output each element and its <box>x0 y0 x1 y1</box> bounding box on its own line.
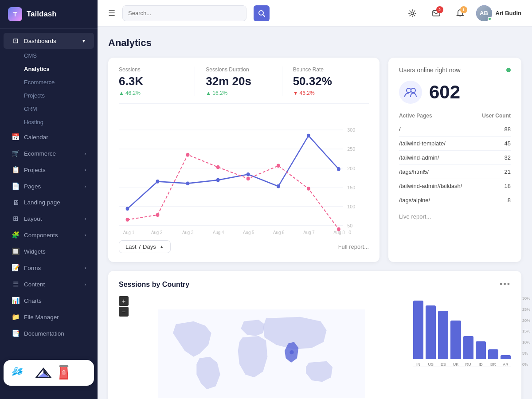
bar-chart-area: 30% 25% 20% 15% 10% 5% 0% INUSESUKRUIDBR… <box>413 296 511 399</box>
svg-point-31 <box>156 213 160 217</box>
chevron-icon: › <box>85 266 86 270</box>
content-icon: ☰ <box>12 280 20 288</box>
tailwind-logo <box>10 367 29 379</box>
sidebar-item-hosting[interactable]: Hosting <box>4 116 94 129</box>
charts-icon: 📊 <box>12 297 20 305</box>
sidebar-item-projects[interactable]: 📋 Projects › <box>4 162 94 178</box>
date-filter[interactable]: Last 7 Days ▲ <box>119 240 171 253</box>
sidebar-item-layout[interactable]: ⊞ Layout › <box>4 211 94 227</box>
svg-text:0: 0 <box>348 229 351 235</box>
active-pages-col: Active Pages <box>399 113 432 119</box>
world-map: + − <box>119 296 404 399</box>
svg-point-28 <box>307 134 310 138</box>
sidebar-item-calendar[interactable]: 📅 Calendar <box>4 129 94 145</box>
sidebar-item-content[interactable]: ☰ Content › <box>4 276 94 292</box>
bounce-change: ▼ 46.2% <box>293 90 358 96</box>
sidebar-item-analytics[interactable]: Analytics <box>4 63 94 75</box>
layout-icon: ⊞ <box>12 215 20 223</box>
chevron-icon: ▼ <box>82 39 86 43</box>
calendar-icon: 📅 <box>12 133 20 141</box>
components-label: Components <box>24 232 58 239</box>
projects-icon: 📋 <box>12 166 20 174</box>
svg-text:Aug 5: Aug 5 <box>243 230 254 235</box>
forms-icon: 📝 <box>12 264 20 272</box>
page-path: /tailwind-admin//taildash/ <box>399 183 462 189</box>
live-report-link[interactable]: Live report... <box>399 213 511 220</box>
header: ☰ 2 <box>98 0 532 27</box>
user-avatar[interactable]: AB Ari Budin <box>476 5 522 21</box>
sidebar-item-pages[interactable]: 📄 Pages › <box>4 178 94 194</box>
calendar-label: Calendar <box>24 134 48 141</box>
bounce-value: 50.32% <box>293 74 358 88</box>
sidebar-nav: ⊡ Dashboards ▼ CMS Analytics Ecommerce P… <box>0 29 98 360</box>
user-count-col: User Count <box>482 113 511 119</box>
duration-label: Sessions Duration <box>206 66 271 73</box>
chevron-icon: › <box>85 184 86 189</box>
zoom-out-button[interactable]: − <box>119 307 129 317</box>
active-page-row: /tailwind-admin/32 <box>399 151 511 165</box>
country-content: + − <box>119 296 511 399</box>
bar-col: RU <box>463 296 473 367</box>
svg-point-23 <box>156 180 160 184</box>
sidebar-item-file-manager[interactable]: 📁 File Manager <box>4 309 94 325</box>
svg-text:250: 250 <box>347 146 355 152</box>
page-count: 32 <box>505 154 511 161</box>
user-name: Ari Budin <box>496 10 522 16</box>
sidebar-item-widgets[interactable]: 🔲 Widgets <box>4 243 94 259</box>
sidebar-item-documentation[interactable]: 📑 Documentation <box>4 325 94 341</box>
sidebar-item-charts[interactable]: 📊 Charts <box>4 293 94 309</box>
zoom-in-button[interactable]: + <box>119 296 129 306</box>
top-row: Sessions 6.3K ▲ 46.2% Sessions Duration … <box>108 58 521 262</box>
svg-text:Aug 6: Aug 6 <box>273 230 285 235</box>
bar-col: ES <box>438 296 448 367</box>
active-page-row: /tags/alpine/8 <box>399 193 511 207</box>
chevron-icon: › <box>85 151 86 156</box>
bar-label: IN <box>416 362 420 367</box>
page-path: /tags/html5/ <box>399 168 429 175</box>
sidebar-item-projects-sub[interactable]: Projects <box>4 89 94 102</box>
sidebar-item-forms[interactable]: 📝 Forms › <box>4 260 94 276</box>
page-count: 88 <box>505 126 511 133</box>
search-button[interactable] <box>254 5 270 21</box>
cup-logo <box>58 364 70 381</box>
page-count: 21 <box>505 168 511 175</box>
sidebar-item-dashboards[interactable]: ⊡ Dashboards ▼ <box>4 33 94 49</box>
active-pages-header: Active Pages User Count <box>399 113 511 119</box>
sidebar-item-components[interactable]: 🧩 Components › <box>4 227 94 243</box>
online-indicator <box>488 17 492 21</box>
sidebar-item-ecommerce[interactable]: 🛒 Ecommerce › <box>4 145 94 161</box>
search-input[interactable] <box>128 10 217 16</box>
page-count: 8 <box>508 197 511 203</box>
more-options-button[interactable]: ••• <box>500 280 511 289</box>
stats-row: Sessions 6.3K ▲ 46.2% Sessions Duration … <box>119 66 369 104</box>
bar-col: US <box>426 296 436 367</box>
page-path: /tailwind-admin/ <box>399 154 439 161</box>
bar <box>463 336 473 359</box>
svg-point-34 <box>246 177 250 181</box>
menu-icon[interactable]: ☰ <box>108 8 115 18</box>
bell-badge: 1 <box>460 6 467 13</box>
full-report-link[interactable]: Full report... <box>338 243 369 250</box>
pages-label: Pages <box>24 183 41 190</box>
page-count: 45 <box>505 140 511 147</box>
bar-col: ID <box>476 296 486 367</box>
avatar-image: AB <box>476 5 492 21</box>
sidebar-item-cms[interactable]: CMS <box>4 49 94 62</box>
sidebar-item-crm[interactable]: CRM <box>4 102 94 115</box>
bell-button[interactable]: 1 <box>452 5 468 21</box>
line-chart: 300 250 200 150 100 50 0 <box>119 111 369 235</box>
active-page-row: /tailwind-template/45 <box>399 137 511 151</box>
file-manager-label: File Manager <box>24 314 59 321</box>
search-bar <box>122 5 246 21</box>
sidebar-item-ecommerce-sub[interactable]: Ecommerce <box>4 76 94 89</box>
bar-col: BR <box>488 296 498 367</box>
stat-bounce: Bounce Rate 50.32% ▼ 46.2% <box>293 66 369 96</box>
stat-duration: Sessions Duration 32m 20s ▲ 16.2% <box>206 66 282 96</box>
bar <box>426 305 436 359</box>
sidebar-item-landing[interactable]: 🖥 Landing page <box>4 195 94 210</box>
settings-button[interactable] <box>404 5 420 21</box>
mail-button[interactable]: 2 <box>428 5 444 21</box>
ecommerce-icon: 🛒 <box>12 149 20 157</box>
online-count-row: 602 <box>399 81 511 104</box>
svg-rect-3 <box>59 365 68 367</box>
